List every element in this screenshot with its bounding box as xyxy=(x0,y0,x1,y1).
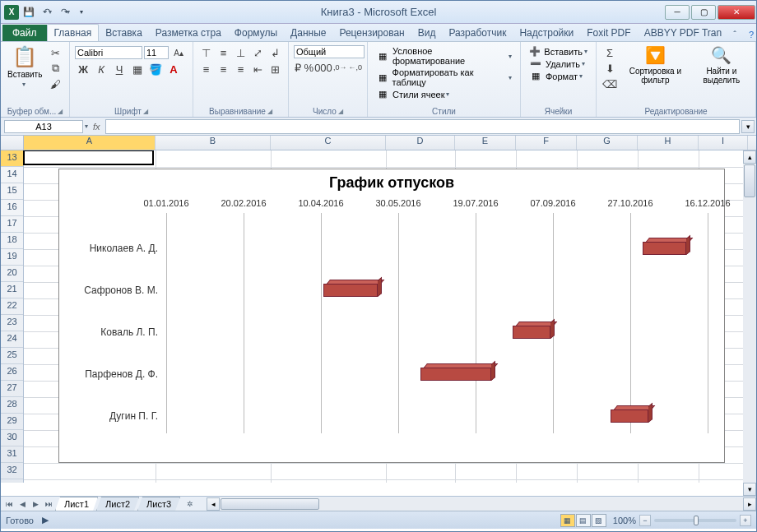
row-header-23[interactable]: 23 xyxy=(1,315,23,331)
font-color-button[interactable]: A xyxy=(165,62,182,76)
comma-format-button[interactable]: 000 xyxy=(315,60,332,75)
col-header-I[interactable]: I xyxy=(699,136,748,150)
row-header-27[interactable]: 27 xyxy=(1,381,23,397)
zoom-level[interactable]: 100% xyxy=(613,516,636,525)
active-cell[interactable] xyxy=(23,150,154,165)
tab-abbyy[interactable]: ABBYY PDF Tran xyxy=(638,25,728,41)
number-dialog-launcher[interactable]: ◢ xyxy=(338,108,343,115)
tab-data[interactable]: Данные xyxy=(284,25,332,41)
wrap-text-button[interactable]: ↲ xyxy=(267,45,283,60)
tab-developer[interactable]: Разработчик xyxy=(442,25,513,41)
percent-format-button[interactable]: % xyxy=(304,60,313,75)
view-normal-button[interactable]: ▦ xyxy=(560,514,575,527)
scroll-down-button[interactable]: ▾ xyxy=(743,483,756,496)
align-bottom-button[interactable]: ⊥ xyxy=(233,45,248,60)
row-header-17[interactable]: 17 xyxy=(1,216,23,233)
col-header-E[interactable]: E xyxy=(455,136,516,150)
tab-page-layout[interactable]: Разметка стра xyxy=(149,25,228,41)
sheet-nav-first[interactable]: ⏮ xyxy=(2,498,16,510)
align-top-button[interactable]: ⊤ xyxy=(198,45,214,60)
tab-addins[interactable]: Надстройки xyxy=(513,25,580,41)
row-header-15[interactable]: 15 xyxy=(1,183,23,200)
col-header-A[interactable]: A xyxy=(24,136,156,150)
tab-view[interactable]: Вид xyxy=(411,25,443,41)
row-header-32[interactable]: 32 xyxy=(1,463,23,479)
clear-button[interactable]: ⌫ xyxy=(601,76,618,91)
row-header-20[interactable]: 20 xyxy=(1,266,23,282)
row-header-22[interactable]: 22 xyxy=(1,298,23,315)
font-name-select[interactable] xyxy=(75,46,142,59)
format-painter-button[interactable]: 🖌 xyxy=(47,76,63,91)
formula-bar[interactable] xyxy=(105,119,740,134)
merge-button[interactable]: ⊞ xyxy=(267,62,283,76)
align-dialog-launcher[interactable]: ◢ xyxy=(267,108,272,115)
copy-button[interactable]: ⧉ xyxy=(47,61,63,76)
cut-button[interactable]: ✂ xyxy=(47,45,63,60)
file-tab[interactable]: Файл xyxy=(2,25,47,41)
row-header-29[interactable]: 29 xyxy=(1,414,23,430)
fill-button[interactable]: ⬇ xyxy=(601,61,618,76)
row-header-31[interactable]: 31 xyxy=(1,446,23,463)
v-scroll-thumb[interactable] xyxy=(744,164,755,197)
cells-area[interactable]: График отпусков01.01.201620.02.201610.04… xyxy=(24,150,756,483)
align-middle-button[interactable]: ≡ xyxy=(216,45,231,60)
tab-home[interactable]: Главная xyxy=(47,24,100,41)
sheet-nav-next[interactable]: ▶ xyxy=(29,498,42,510)
zoom-knob[interactable] xyxy=(694,516,699,525)
fill-color-button[interactable]: 🪣 xyxy=(147,62,164,76)
col-header-F[interactable]: F xyxy=(516,136,577,150)
tab-formulas[interactable]: Формулы xyxy=(228,25,284,41)
row-header-16[interactable]: 16 xyxy=(1,200,23,216)
view-page-break-button[interactable]: ▧ xyxy=(592,514,606,527)
formula-bar-expand[interactable]: ▾ xyxy=(741,120,755,133)
border-button[interactable]: ▦ xyxy=(129,62,146,76)
increase-decimal-button[interactable]: ,0→ xyxy=(333,60,347,75)
grow-font-button[interactable]: A▴ xyxy=(170,45,187,60)
close-button[interactable]: ✕ xyxy=(718,5,755,20)
qat-customize-button[interactable]: ▾ xyxy=(73,4,90,21)
font-size-select[interactable] xyxy=(144,46,169,59)
orientation-button[interactable]: ⤢ xyxy=(250,45,266,60)
number-format-select[interactable] xyxy=(294,45,365,58)
row-header-19[interactable]: 19 xyxy=(1,249,23,266)
bold-button[interactable]: Ж xyxy=(75,62,91,76)
qat-undo-button[interactable]: ↶▾ xyxy=(39,4,55,21)
row-header-13[interactable]: 13 xyxy=(1,150,23,167)
minimize-ribbon-button[interactable]: ˆ xyxy=(728,28,741,41)
sheet-nav-last[interactable]: ⏭ xyxy=(42,498,55,510)
col-header-C[interactable]: C xyxy=(271,136,386,150)
autosum-button[interactable]: Σ xyxy=(601,45,618,60)
row-header-18[interactable]: 18 xyxy=(1,233,23,249)
format-as-table-button[interactable]: ▦Форматировать как таблицу▾ xyxy=(373,67,515,88)
paste-button[interactable]: 📋 Вставить ▾ xyxy=(4,44,45,106)
macro-record-icon[interactable]: ▶ xyxy=(42,515,49,525)
accounting-format-button[interactable]: ₽ xyxy=(294,60,302,75)
sort-filter-button[interactable]: 🔽 Сортировка и фильтр xyxy=(620,44,691,106)
align-center-button[interactable]: ≡ xyxy=(216,62,231,76)
row-header-21[interactable]: 21 xyxy=(1,282,23,298)
font-dialog-launcher[interactable]: ◢ xyxy=(143,108,148,115)
align-left-button[interactable]: ≡ xyxy=(198,62,214,76)
tab-review[interactable]: Рецензирован xyxy=(332,25,411,41)
conditional-formatting-button[interactable]: ▦Условное форматирование▾ xyxy=(373,45,515,67)
tab-insert[interactable]: Вставка xyxy=(99,25,149,41)
find-select-button[interactable]: 🔍 Найти и выделить xyxy=(691,44,752,106)
decrease-indent-button[interactable]: ⇤ xyxy=(250,62,266,76)
row-header-25[interactable]: 25 xyxy=(1,348,23,364)
decrease-decimal-button[interactable]: ←,0 xyxy=(348,60,362,75)
col-header-D[interactable]: D xyxy=(386,136,455,150)
row-header-30[interactable]: 30 xyxy=(1,430,23,446)
sheet-nav-prev[interactable]: ◀ xyxy=(16,498,29,510)
row-header-26[interactable]: 26 xyxy=(1,364,23,381)
clipboard-dialog-launcher[interactable]: ◢ xyxy=(58,108,63,115)
sheet-tab-3[interactable]: Лист3 xyxy=(137,497,180,511)
cell-styles-button[interactable]: ▦Стили ячеек▾ xyxy=(373,88,515,100)
help-button[interactable]: ? xyxy=(745,28,757,41)
qat-save-button[interactable]: 💾 xyxy=(21,4,37,21)
new-sheet-button[interactable]: ✲ xyxy=(183,498,197,510)
zoom-out-button[interactable]: − xyxy=(639,515,651,526)
scroll-left-button[interactable]: ◂ xyxy=(207,497,220,511)
italic-button[interactable]: К xyxy=(93,62,109,76)
row-header-33[interactable]: 33 xyxy=(1,479,23,483)
row-header-24[interactable]: 24 xyxy=(1,331,23,348)
